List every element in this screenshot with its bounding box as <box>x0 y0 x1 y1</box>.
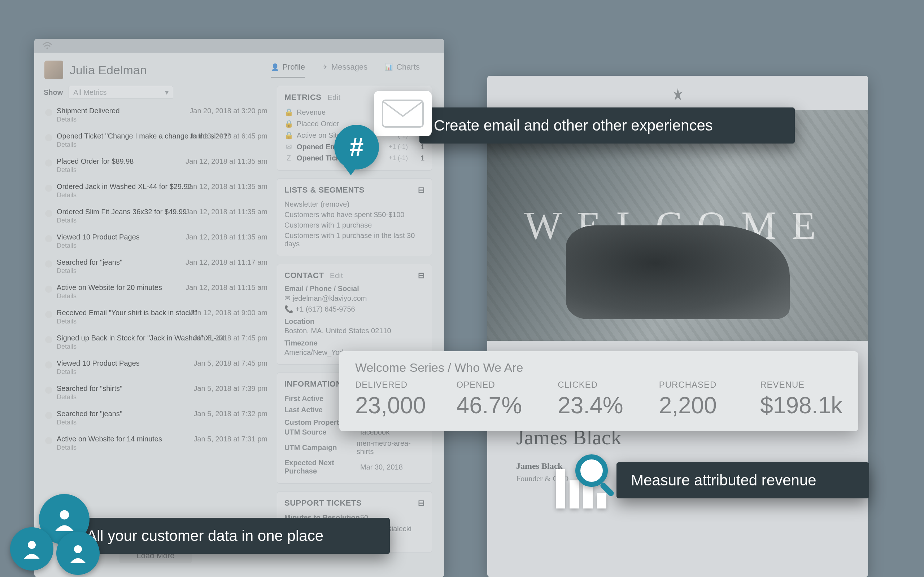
activity-time: Jan 12, 2018 at 11:17 am <box>186 258 267 266</box>
chart-magnifier-icon <box>556 455 617 508</box>
svg-point-3 <box>28 541 36 549</box>
person-icon: 👤 <box>271 63 279 71</box>
activity-details-link[interactable]: Details <box>57 217 267 224</box>
phone-icon: 📞 <box>284 305 296 313</box>
metric-delta: +1 (-1) <box>388 143 408 151</box>
stat-label: PURCHASED <box>659 380 735 390</box>
edit-link[interactable]: Edit <box>330 272 343 279</box>
callout-text: All your customer data in one place <box>87 527 323 545</box>
tab-messages[interactable]: ✈ Messages <box>322 62 367 78</box>
svg-point-4 <box>74 545 82 553</box>
people-cluster-icon <box>10 494 86 577</box>
stat-label: REVENUE <box>760 380 842 390</box>
activity-item[interactable]: Active on Website for 14 minutesDetailsJ… <box>44 432 267 457</box>
activity-details-link[interactable]: Details <box>57 141 267 148</box>
hashtag-bubble-icon: # <box>334 125 379 169</box>
stat: REVENUE$198.1k <box>760 380 842 419</box>
stat: DELIVERED23,000 <box>355 380 431 419</box>
timezone-label: Timezone <box>284 339 425 347</box>
activity-item[interactable]: Searched for "shirts"DetailsJan 5, 2018 … <box>44 382 267 407</box>
stat-value: $198.1k <box>760 392 842 419</box>
collapse-icon[interactable]: ⊟ <box>418 498 425 508</box>
lists-segments-panel: LISTS & SEGMENTS ⊟ Newsletter (remove)Cu… <box>277 179 432 256</box>
activity-item[interactable]: Ordered Jack in Washed XL-44 for $29.99D… <box>44 180 267 205</box>
activity-details-link[interactable]: Details <box>57 292 267 300</box>
activity-item[interactable]: Opened Ticket "Change I make a change to… <box>44 129 267 154</box>
activity-time: Jan 5, 2018 at 7:31 pm <box>194 435 267 443</box>
activity-details-link[interactable]: Details <box>57 368 267 376</box>
stat-label: OPENED <box>457 380 533 390</box>
tab-label: Messages <box>331 62 367 72</box>
activity-item[interactable]: Viewed 10 Product PagesDetailsJan 12, 20… <box>44 230 267 255</box>
callout-create-email: Create email and other other experiences <box>419 108 795 143</box>
email-preview-window: WELCOME We obsess over every detail … co… <box>487 76 868 577</box>
svg-point-2 <box>60 510 69 519</box>
location-label: Location <box>284 318 425 326</box>
activity-item[interactable]: Active on Website for 20 minutesDetailsJ… <box>44 280 267 306</box>
analytics-card: Welcome Series / Who We Are DELIVERED23,… <box>339 351 858 431</box>
tab-profile[interactable]: 👤 Profile <box>271 62 305 78</box>
contact-email[interactable]: jedelman@klaviyo.com <box>293 294 367 302</box>
activity-item[interactable]: Ordered Slim Fit Jeans 36x32 for $49.99D… <box>44 205 267 230</box>
avatar[interactable] <box>44 61 63 79</box>
activity-details-link[interactable]: Details <box>57 192 267 199</box>
kv-key: UTM Campaign <box>284 443 357 452</box>
kv-value: men-metro-area-shirts <box>357 439 425 456</box>
activity-details-link[interactable]: Details <box>57 116 267 123</box>
stat-value: 23.4% <box>558 392 634 419</box>
chart-icon: 📊 <box>385 63 393 71</box>
activity-item[interactable]: Searched for "jeans"DetailsJan 5, 2018 a… <box>44 407 267 432</box>
edit-link[interactable]: Edit <box>327 93 340 102</box>
segment-item[interactable]: Newsletter (remove) <box>284 199 425 210</box>
header-tabs: 👤 Profile ✈ Messages 📊 Charts <box>271 62 434 78</box>
email-hero: WELCOME <box>487 110 868 341</box>
activity-details-link[interactable]: Details <box>57 318 267 325</box>
activity-item[interactable]: Shipment DeliveredDetailsJan 20, 2018 at… <box>44 104 267 129</box>
mail-icon: ✉ <box>284 294 293 302</box>
collapse-icon[interactable]: ⊟ <box>418 185 425 195</box>
metric-icon: Z <box>284 154 293 162</box>
segment-item[interactable]: Customers with 1 purchase <box>284 220 425 230</box>
activity-details-link[interactable]: Details <box>57 343 267 351</box>
stat-value: 23,000 <box>355 392 431 419</box>
activity-item[interactable]: Received Email "Your shirt is back in st… <box>44 306 267 331</box>
tab-charts[interactable]: 📊 Charts <box>385 62 420 78</box>
activity-details-link[interactable]: Details <box>57 393 267 401</box>
hero-product-image <box>566 226 790 319</box>
activity-item[interactable]: Searched for "jeans"DetailsJan 12, 2018 … <box>44 255 267 280</box>
person-icon <box>56 532 100 575</box>
activity-details-link[interactable]: Details <box>57 444 267 451</box>
contact-phone[interactable]: +1 (617) 645-9756 <box>296 305 355 313</box>
activity-item[interactable]: Viewed 10 Product PagesDetailsJan 5, 201… <box>44 356 267 382</box>
activity-time: Jan 5, 2018 at 7:32 pm <box>194 410 267 418</box>
activity-item[interactable]: Placed Order for $89.98DetailsJan 12, 20… <box>44 154 267 180</box>
segment-item[interactable]: Customers with 1 purchase in the last 30… <box>284 230 425 249</box>
collapse-icon[interactable]: ⊟ <box>418 271 425 280</box>
activity-item[interactable]: Signed up Back in Stock for "Jack in Was… <box>44 331 267 356</box>
activity-time: Jan 5, 2018 at 7:39 pm <box>194 384 267 393</box>
callout-customer-data: All your customer data in one place <box>72 518 390 554</box>
activity-details-link[interactable]: Details <box>57 267 267 275</box>
activity-time: Jan 20, 2018 at 3:20 pm <box>189 107 267 115</box>
metric-icon: 🔒 <box>284 131 293 140</box>
segment-item[interactable]: Customers who have spent $50-$100 <box>284 210 425 220</box>
filter-row: Show All Metrics ▾ <box>44 86 267 99</box>
metrics-dropdown[interactable]: All Metrics ▾ <box>69 86 173 99</box>
profile-header: Julia Edelman 👤 Profile ✈ Messages 📊 Cha… <box>34 53 444 79</box>
activity-details-link[interactable]: Details <box>57 419 267 426</box>
activity-time: Jan 12, 2018 at 11:35 am <box>186 208 267 216</box>
panel-title: CONTACT <box>284 271 324 280</box>
messages-icon: ✈ <box>322 63 328 71</box>
contact-subheader: Email / Phone / Social <box>284 285 425 293</box>
wifi-icon <box>42 42 52 50</box>
stat-label: DELIVERED <box>355 380 431 390</box>
activity-time: Jan 12, 2018 at 9:00 am <box>189 309 267 317</box>
metric-count: 1 <box>415 143 425 151</box>
kv-value: Mar 30, 2018 <box>360 463 403 471</box>
stat-value: 2,200 <box>659 392 735 419</box>
activity-details-link[interactable]: Details <box>57 242 267 250</box>
contact-panel: CONTACT Edit ⊟ Email / Phone / Social ✉ … <box>277 264 432 364</box>
activity-list: Shipment DeliveredDetailsJan 20, 2018 at… <box>44 104 267 544</box>
activity-details-link[interactable]: Details <box>57 166 267 174</box>
panel-title: LISTS & SEGMENTS <box>284 185 365 195</box>
